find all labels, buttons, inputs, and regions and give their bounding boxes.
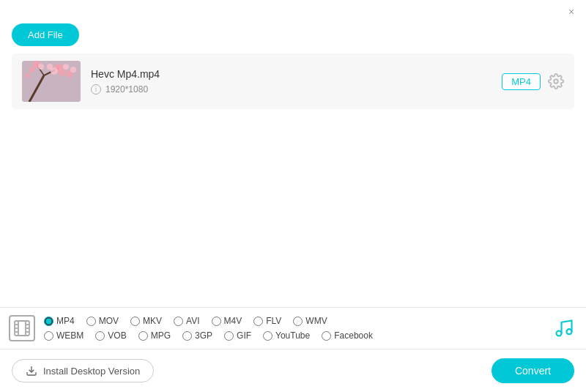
svg-point-10 (29, 67, 35, 73)
format-option-m4v[interactable]: M4V (212, 316, 242, 326)
format-option-mov[interactable]: MOV (86, 316, 119, 326)
film-icon (9, 315, 35, 341)
toolbar: Add File (0, 21, 586, 53)
svg-point-14 (25, 73, 31, 78)
bottom-bar: MP4 MOV MKV AVI M4V FLV WM (0, 307, 586, 392)
add-file-button[interactable]: Add File (12, 23, 79, 46)
file-actions: MP4 (502, 73, 564, 90)
format-option-mp4[interactable]: MP4 (44, 316, 75, 326)
info-icon[interactable]: i (91, 84, 101, 95)
format-bar: MP4 MOV MKV AVI M4V FLV WM (0, 307, 586, 350)
format-option-mkv[interactable]: MKV (130, 316, 162, 326)
format-option-gif[interactable]: GIF (224, 330, 251, 341)
music-icon (554, 318, 574, 339)
svg-point-25 (557, 331, 562, 336)
svg-point-8 (59, 69, 66, 76)
format-badge-button[interactable]: MP4 (502, 73, 541, 90)
install-label: Install Desktop Version (43, 366, 140, 377)
settings-icon[interactable] (548, 73, 564, 89)
format-option-mpg[interactable]: MPG (138, 330, 171, 341)
format-row-2: WEBM VOB MPG 3GP GIF YouTube (44, 330, 542, 341)
file-thumbnail (22, 61, 81, 102)
file-resolution: 1920*1080 (105, 84, 148, 95)
format-options: MP4 MOV MKV AVI M4V FLV WM (44, 316, 542, 341)
install-desktop-button[interactable]: Install Desktop Version (12, 359, 154, 382)
file-item: Hevc Mp4.mp4 i 1920*1080 MP4 (12, 53, 574, 109)
file-name: Hevc Mp4.mp4 (91, 68, 502, 80)
format-row-1: MP4 MOV MKV AVI M4V FLV WM (44, 316, 542, 326)
file-list: Hevc Mp4.mp4 i 1920*1080 MP4 (12, 53, 574, 109)
format-option-3gp[interactable]: 3GP (182, 330, 212, 341)
svg-point-13 (70, 67, 76, 73)
format-option-youtube[interactable]: YouTube (263, 330, 310, 341)
title-bar: × (0, 0, 586, 21)
svg-point-11 (63, 64, 69, 70)
svg-point-15 (554, 79, 558, 84)
format-option-webm[interactable]: WEBM (44, 330, 84, 341)
format-icon-area (0, 315, 44, 341)
format-option-facebook[interactable]: Facebook (322, 330, 373, 341)
file-info: Hevc Mp4.mp4 i 1920*1080 (81, 68, 502, 95)
footer: Install Desktop Version Convert (0, 350, 586, 392)
download-icon (26, 365, 37, 377)
convert-button[interactable]: Convert (492, 358, 574, 383)
format-option-avi[interactable]: AVI (174, 316, 199, 326)
close-button[interactable]: × (565, 6, 577, 18)
music-icon-area[interactable] (542, 318, 586, 339)
format-option-wmv[interactable]: WMV (293, 316, 327, 326)
content-area (0, 109, 586, 278)
format-option-vob[interactable]: VOB (95, 330, 126, 341)
file-meta: i 1920*1080 (91, 84, 502, 95)
svg-point-7 (38, 64, 44, 70)
svg-point-26 (567, 329, 572, 334)
svg-point-9 (47, 64, 53, 70)
format-option-flv[interactable]: FLV (253, 316, 281, 326)
